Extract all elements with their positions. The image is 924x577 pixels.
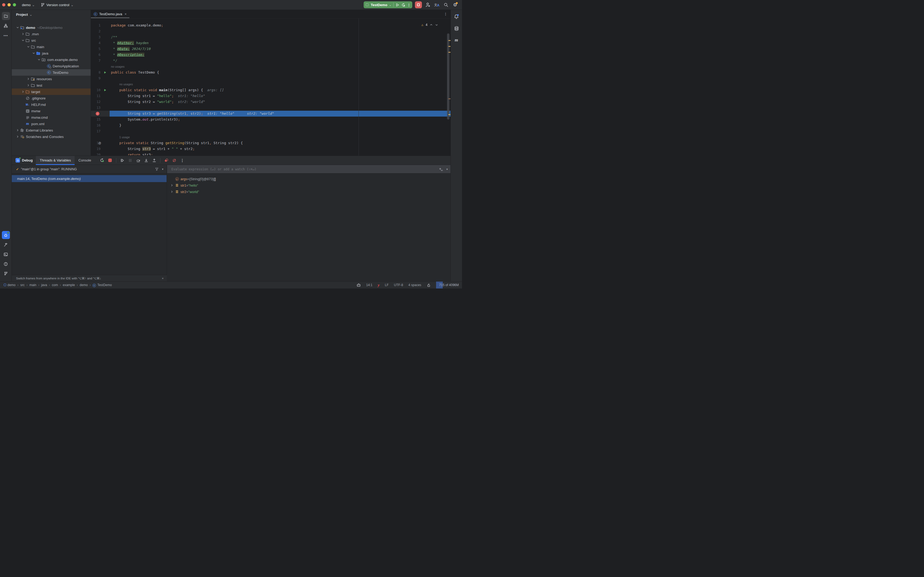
lock-icon[interactable] (427, 283, 431, 287)
evaluate-expression-bar[interactable]: Evaluate expression (↵) or add a watch (… (167, 165, 451, 174)
problems-tool-button[interactable] (2, 260, 10, 268)
stop-debug-button[interactable] (107, 157, 114, 164)
tree-item-target[interactable]: target (12, 89, 91, 95)
code-line-1[interactable]: 1package com.example.demo; (91, 23, 451, 28)
tree-expand-icon[interactable] (21, 32, 25, 35)
tree-expand-icon[interactable] (16, 135, 20, 138)
tree-item-com-example-demo[interactable]: com.example.demo (12, 56, 91, 63)
code-line-15[interactable]: 15 System.out.println(str3); (91, 116, 451, 122)
resume-button[interactable] (119, 157, 126, 164)
code-line-18[interactable]: 18@ private static String getString(Stri… (91, 140, 451, 146)
rerun-debug-button[interactable] (99, 157, 106, 164)
terminal-tool-button[interactable] (2, 250, 10, 258)
tree-item-demoapplication[interactable]: CDemoApplication (12, 63, 91, 69)
tree-item-resources[interactable]: resources (12, 76, 91, 82)
add-user-button[interactable] (425, 2, 431, 8)
status-item[interactable]: 14:1 (366, 283, 372, 287)
thread-dropdown-icon[interactable]: ▼ (161, 168, 164, 171)
code-line-7[interactable]: 7 */ (91, 58, 451, 64)
search-button[interactable] (443, 2, 449, 8)
translate-button[interactable]: 文A (434, 2, 440, 8)
status-item[interactable]: UTF-8 (394, 283, 403, 287)
version-control-menu[interactable]: Version control⌄ (41, 3, 74, 7)
rerun-debug-button[interactable] (401, 3, 405, 7)
structure-tool-button[interactable] (2, 22, 10, 30)
tree-item-src[interactable]: src (12, 37, 91, 44)
code-line-9[interactable]: 9 (91, 76, 451, 81)
inspections-widget[interactable]: ⚠ 4 (421, 23, 438, 27)
breadcrumb-src[interactable]: src (20, 283, 24, 287)
close-tab-icon[interactable]: × (125, 12, 127, 16)
stripe-mark[interactable] (448, 52, 451, 53)
tab-threads-variables[interactable]: Threads & Variables (36, 156, 75, 165)
code-line-10[interactable]: 10 public static void main(String[] args… (91, 87, 451, 93)
editor-options-menu[interactable]: ⋮ (444, 12, 447, 16)
tree-collapse-icon[interactable] (37, 58, 41, 61)
traffic-close-button[interactable] (2, 3, 5, 6)
breadcrumb-main[interactable]: main (29, 283, 36, 287)
filter-icon[interactable] (155, 167, 159, 171)
breadcrumb-example[interactable]: example (63, 283, 75, 287)
highlighting-level-icon[interactable]: y (378, 283, 380, 287)
run-button[interactable] (395, 3, 399, 7)
project-menu[interactable]: demo⌄ (22, 3, 35, 7)
stop-button[interactable] (415, 2, 422, 8)
code-line-6[interactable]: 6 * @Description: (91, 52, 451, 58)
breadcrumb-demo[interactable]: demo (4, 283, 16, 287)
code-line-8[interactable]: 8public class TestDemo { (91, 69, 451, 76)
tree-item-testdemo[interactable]: CTestDemo (12, 69, 91, 76)
tree-item-pom-xml[interactable]: mpom.xml (12, 121, 91, 127)
project-panel-header[interactable]: Project ⌄ (12, 10, 91, 19)
traffic-zoom-button[interactable] (13, 3, 16, 6)
next-warning-icon[interactable] (435, 23, 438, 26)
ai-assistant-icon[interactable] (356, 283, 361, 287)
breakpoint-icon[interactable]: ✓ (96, 112, 100, 116)
maven-tool-button[interactable]: m (452, 36, 460, 44)
tree-item-main[interactable]: main (12, 44, 91, 50)
debug-panel-title[interactable]: Debug (12, 158, 36, 163)
stripe-mark[interactable] (448, 46, 451, 47)
stripe-mark[interactable] (448, 40, 451, 41)
build-tool-button[interactable] (2, 241, 10, 249)
tree-collapse-icon[interactable] (16, 26, 20, 29)
status-item[interactable]: 4 spaces (409, 283, 421, 287)
add-watch-icon[interactable] (438, 167, 443, 171)
variable-row-str2[interactable]: str2 = "world" (167, 189, 451, 195)
notifications-icon[interactable] (452, 13, 460, 21)
tree-item-help-md[interactable]: M↓HELP.md (12, 102, 91, 108)
pause-button[interactable] (127, 157, 134, 164)
git-tool-button[interactable] (2, 269, 10, 277)
run-line-icon[interactable] (102, 69, 108, 76)
tree-item--mvn[interactable]: .mvn (12, 31, 91, 37)
variable-row-args[interactable]: pargs = {String[0]@873} [] (167, 176, 451, 182)
tree-item-mvnw[interactable]: ›mvnw (12, 108, 91, 114)
tree-expand-icon[interactable] (26, 84, 31, 87)
tree-expand-icon[interactable] (21, 90, 25, 93)
breadcrumb-testdemo[interactable]: CTestDemo (92, 283, 112, 287)
stack-frame-row[interactable]: main:14, TestDemo(com.example.demo) (12, 175, 167, 182)
watch-dropdown-icon[interactable]: ▼ (446, 168, 448, 171)
code-line-16[interactable]: 16 } (91, 122, 451, 128)
breadcrumb-java[interactable]: java (41, 283, 47, 287)
step-into-button[interactable] (143, 157, 150, 164)
tree-expand-icon[interactable] (16, 129, 20, 132)
breadcrumb-demo[interactable]: demo (80, 283, 88, 287)
tree-item--gitignore[interactable]: .gitignore (12, 95, 91, 102)
step-over-button[interactable] (135, 157, 142, 164)
code-line-12[interactable]: 12 String str2 = "world"; str2: "world" (91, 99, 451, 105)
thread-status-bar[interactable]: ✓ "main"@1 in group "main": RUNNING ▼ (12, 165, 167, 174)
code-line-13[interactable]: 13 (91, 105, 451, 111)
tree-item-demo[interactable]: demo~/Desktop/demo (12, 24, 91, 31)
code-line-14[interactable]: ✓ String str3 = getString(str1, str2); s… (91, 111, 451, 116)
tree-item-java[interactable]: java (12, 50, 91, 56)
tree-item-scratches-and-consoles[interactable]: Scratches and Consoles (12, 134, 91, 140)
mute-breakpoints-button[interactable] (171, 157, 178, 164)
code-line-20[interactable]: 20 return str3; (91, 152, 451, 155)
step-out-button[interactable] (151, 157, 158, 164)
run-configuration-widget[interactable]: TestDemo ⌄ ⋮ (364, 2, 412, 8)
tree-collapse-icon[interactable] (21, 39, 25, 42)
stripe-mark[interactable] (448, 98, 451, 99)
expand-variable-icon[interactable] (169, 190, 175, 193)
view-breakpoints-button[interactable] (163, 157, 170, 164)
tree-collapse-icon[interactable] (32, 52, 36, 55)
